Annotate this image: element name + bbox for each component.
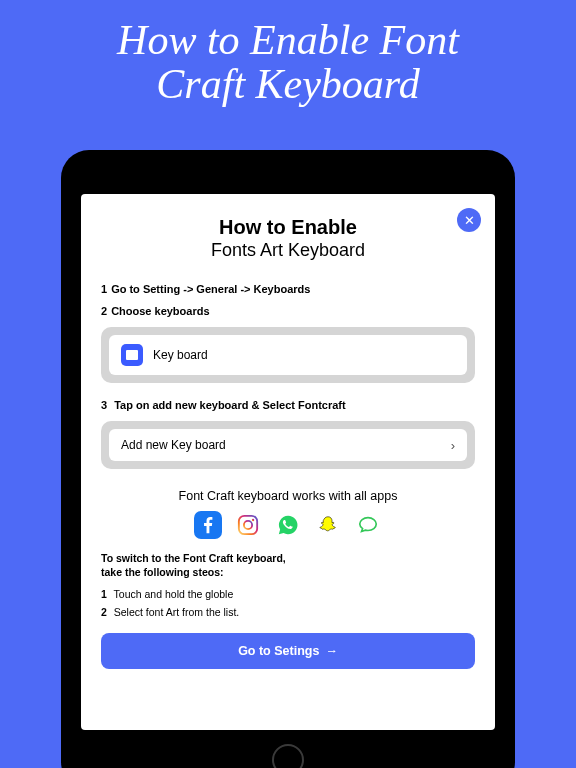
add-keyboard-label: Add new Key board [121, 438, 226, 452]
hero-line-1: How to Enable Font [117, 17, 459, 63]
go-to-settings-button[interactable]: Go to Setings → [101, 633, 475, 669]
tablet-screen: ✕ How to Enable Fonts Art Keyboard 1Go t… [81, 194, 495, 730]
chevron-right-icon: › [451, 438, 455, 453]
switch-instructions-header: To switch to the Font Craft keyboard, ta… [101, 551, 475, 579]
switch-step-2-number: 2 [101, 606, 107, 618]
switch-hdr-line-2: take the following steos: [101, 566, 224, 578]
add-keyboard-row[interactable]: Add new Key board › [109, 429, 467, 461]
svg-rect-0 [239, 516, 257, 534]
close-icon: ✕ [464, 213, 475, 228]
works-with-text: Font Craft keyboard works with all apps [101, 489, 475, 503]
instagram-icon [234, 511, 262, 539]
step-2-number: 2 [101, 305, 107, 317]
close-button[interactable]: ✕ [457, 208, 481, 232]
tablet-frame: ✕ How to Enable Fonts Art Keyboard 1Go t… [61, 150, 515, 768]
step-3-text: Tap on add new keyboard & Select Fontcra… [114, 399, 345, 411]
whatsapp-icon [274, 511, 302, 539]
switch-step-1-text: Touch and hold the globle [114, 588, 234, 600]
svg-point-2 [252, 519, 254, 521]
switch-step-2-text: Select font Art from the list. [114, 606, 239, 618]
go-to-settings-label: Go to Setings [238, 644, 319, 658]
keyboard-card: Key board [101, 327, 475, 383]
add-keyboard-card: Add new Key board › [101, 421, 475, 469]
step-2: 2Choose keyboards [101, 305, 475, 317]
arrow-right-icon: → [325, 644, 338, 658]
modal-title-1: How to Enable [101, 216, 475, 239]
modal-title-2: Fonts Art Keyboard [101, 240, 475, 261]
step-1-text: Go to Setting -> General -> Keyboards [111, 283, 310, 295]
switch-hdr-line-1: To switch to the Font Craft keyboard, [101, 552, 286, 564]
hero-title: How to Enable Font Craft Keyboard [0, 0, 576, 106]
messages-icon [354, 511, 382, 539]
step-1-number: 1 [101, 283, 107, 295]
facebook-icon [194, 511, 222, 539]
step-3: 3 Tap on add new keyboard & Select Fontc… [101, 399, 475, 411]
keyboard-icon [121, 344, 143, 366]
snapchat-icon [314, 511, 342, 539]
switch-step-1-number: 1 [101, 588, 107, 600]
app-icons-row [101, 511, 475, 539]
keyboard-row-label: Key board [153, 348, 208, 362]
step-2-text: Choose keyboards [111, 305, 209, 317]
hero-line-2: Craft Keyboard [156, 61, 419, 107]
keyboard-row[interactable]: Key board [109, 335, 467, 375]
svg-point-1 [244, 521, 252, 529]
home-button[interactable] [272, 744, 304, 768]
switch-step-2: 2 Select font Art from the list. [101, 606, 475, 618]
step-3-number: 3 [101, 399, 107, 411]
step-1: 1Go to Setting -> General -> Keyboards [101, 283, 475, 295]
modal-title-block: How to Enable Fonts Art Keyboard [101, 216, 475, 261]
switch-step-1: 1 Touch and hold the globle [101, 588, 475, 600]
